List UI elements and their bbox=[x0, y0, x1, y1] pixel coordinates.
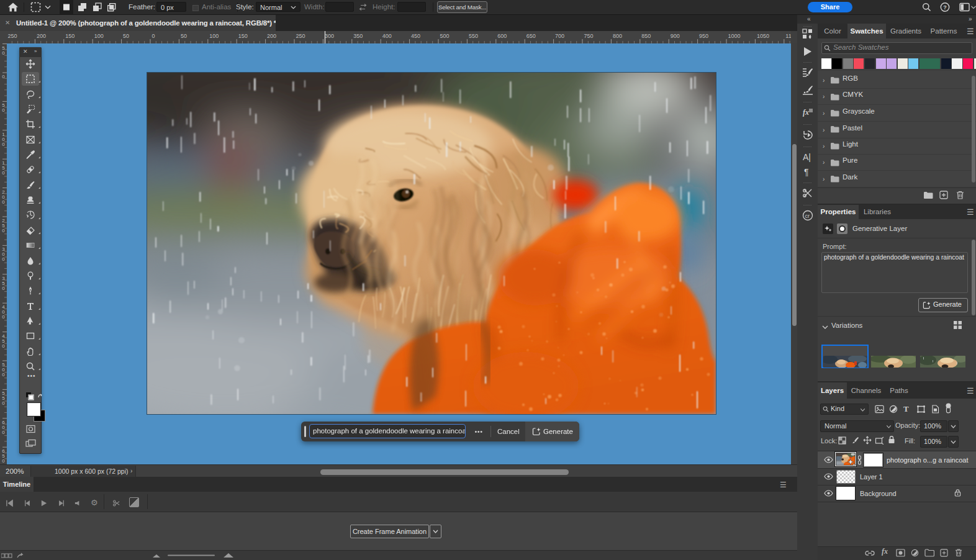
svg-text:450: 450 bbox=[411, 33, 420, 39]
svg-text:50: 50 bbox=[181, 33, 187, 39]
svg-text:550: 550 bbox=[469, 33, 478, 39]
svg-text:fx: fx bbox=[803, 108, 809, 117]
svg-text:0: 0 bbox=[2, 107, 5, 113]
svg-text:150: 150 bbox=[65, 33, 75, 39]
svg-text:¶: ¶ bbox=[804, 167, 809, 177]
svg-text:200: 200 bbox=[37, 33, 46, 39]
svg-text:0: 0 bbox=[2, 142, 5, 147]
svg-text:350: 350 bbox=[353, 33, 363, 39]
svg-text:150: 150 bbox=[238, 33, 248, 39]
svg-text:?: ? bbox=[943, 4, 947, 11]
svg-text:700: 700 bbox=[555, 33, 564, 39]
svg-text:1100: 1100 bbox=[785, 33, 791, 39]
svg-text:1050: 1050 bbox=[757, 33, 769, 39]
svg-text:250: 250 bbox=[8, 33, 17, 39]
svg-text:0: 0 bbox=[2, 314, 5, 320]
svg-text:0: 0 bbox=[2, 400, 5, 406]
svg-text:0: 0 bbox=[2, 228, 5, 233]
svg-text:A|: A| bbox=[803, 152, 811, 162]
svg-text:0: 0 bbox=[2, 343, 5, 349]
svg-text:0: 0 bbox=[2, 458, 5, 464]
svg-text:300: 300 bbox=[325, 33, 334, 39]
svg-text:800: 800 bbox=[613, 33, 622, 39]
svg-text:900: 900 bbox=[671, 33, 680, 39]
svg-text:600: 600 bbox=[497, 33, 507, 39]
svg-text:100: 100 bbox=[209, 33, 219, 39]
svg-text:0: 0 bbox=[2, 372, 5, 377]
svg-text:0: 0 bbox=[2, 50, 5, 56]
svg-text:200: 200 bbox=[267, 33, 276, 39]
svg-text:100: 100 bbox=[94, 33, 104, 39]
svg-text:750: 750 bbox=[584, 33, 594, 39]
svg-text:0: 0 bbox=[2, 199, 5, 205]
svg-text:0: 0 bbox=[2, 430, 5, 435]
svg-text:650: 650 bbox=[526, 33, 536, 39]
svg-text:950: 950 bbox=[699, 33, 708, 39]
svg-text:400: 400 bbox=[382, 33, 392, 39]
svg-text:0: 0 bbox=[2, 170, 5, 176]
svg-text:50: 50 bbox=[123, 33, 129, 39]
svg-text:cr: cr bbox=[805, 213, 810, 219]
svg-text:0: 0 bbox=[152, 33, 155, 39]
svg-text:250: 250 bbox=[296, 33, 305, 39]
svg-text:850: 850 bbox=[641, 33, 651, 39]
svg-text:0: 0 bbox=[2, 256, 5, 262]
svg-text:500: 500 bbox=[440, 33, 450, 39]
svg-text:0: 0 bbox=[2, 286, 5, 291]
svg-text:1000: 1000 bbox=[728, 33, 741, 39]
